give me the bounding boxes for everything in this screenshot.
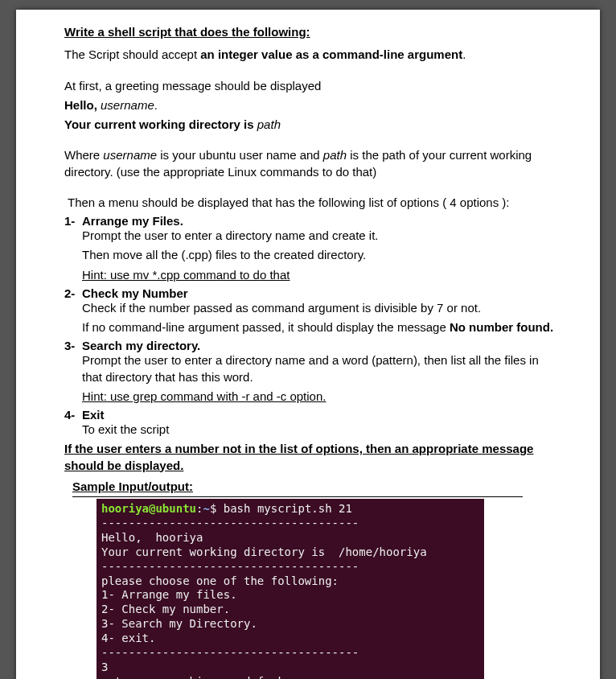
path-italic: path xyxy=(257,117,281,131)
greet-line3: Your current working directory is path xyxy=(64,117,560,133)
document-page: Write a shell script that does the follo… xyxy=(16,10,600,679)
option-3-num: 3- xyxy=(64,339,82,352)
option-3-hint: Hint: use grep command with -r and -c op… xyxy=(82,389,560,405)
option-1-title: Arrange my Files. xyxy=(82,214,183,228)
term-hello: Hello, hooriya xyxy=(101,531,203,544)
intro-line: The Script should accept an integer valu… xyxy=(64,47,560,63)
option-2-l2a: If no command-line argument passed, it s… xyxy=(82,320,450,334)
option-2-l1: Check if the number passed as command ar… xyxy=(82,300,560,316)
greet-line2: Hello, username. xyxy=(64,97,560,113)
where-a: Where xyxy=(64,148,103,162)
term-cmd: bash myscript.sh 21 xyxy=(224,502,352,515)
term-path: ~ xyxy=(203,502,209,515)
option-4-title: Exit xyxy=(82,408,105,422)
option-2-body: Check if the number passed as command ar… xyxy=(64,300,560,336)
term-cwd: Your current working directory is /home/… xyxy=(101,545,427,558)
term-menu2: 2- Check my number. xyxy=(101,603,230,615)
sample-header: Sample Input/output: xyxy=(72,479,560,495)
option-1-num: 1- xyxy=(64,214,82,228)
where-username: username xyxy=(103,148,157,162)
option-4: 4- Exit xyxy=(64,408,560,422)
option-4-num: 4- xyxy=(64,408,82,422)
term-menu3: 3- Search my Directory. xyxy=(101,617,257,630)
term-menu0: please choose one of the following: xyxy=(101,574,339,587)
intro-bold: an integer value as a command-line argum… xyxy=(200,47,462,61)
cwd-bold: Your current working directory is xyxy=(64,117,257,131)
option-4-l1: To exit the script xyxy=(82,422,560,438)
term-menu4: 4- exit. xyxy=(101,632,155,644)
option-2-num: 2- xyxy=(64,286,82,300)
option-2-l2: If no command-line argument passed, it s… xyxy=(82,319,560,335)
term-dash2: -------------------------------------- xyxy=(101,560,359,573)
term-menu1: 1- Arrange my files. xyxy=(101,588,237,601)
greet-line1: At first, a greeting message should be d… xyxy=(64,78,560,94)
term-dollar: $ xyxy=(210,502,224,515)
option-1-l2: Then move all the (.cpp) files to the cr… xyxy=(82,247,560,263)
option-3-title: Search my directory. xyxy=(82,339,200,352)
where-b: is your ubuntu user name and xyxy=(157,148,323,162)
sample-divider xyxy=(72,496,523,497)
hello-bold: Hello, xyxy=(64,98,101,112)
term-dash1: -------------------------------------- xyxy=(101,516,359,529)
page-title: Write a shell script that does the follo… xyxy=(64,24,560,40)
option-2: 2- Check my Number xyxy=(64,286,560,300)
option-1: 1- Arrange my Files. xyxy=(64,214,560,228)
username-italic: username xyxy=(101,98,154,112)
option-1-hint: Hint: use mv *.cpp command to do that xyxy=(82,267,560,283)
intro-text-a: The Script should accept xyxy=(64,47,200,61)
option-1-l1: Prompt the user to enter a directory nam… xyxy=(82,228,560,244)
option-3: 3- Search my directory. xyxy=(64,339,560,352)
intro-text-c: . xyxy=(462,47,466,61)
option-3-l1: Prompt the user to enter a directory nam… xyxy=(82,352,560,385)
term-dash3: -------------------------------------- xyxy=(101,646,359,659)
terminal-output: hooriya@ubuntu:~$ bash myscript.sh 21 --… xyxy=(97,499,484,679)
option-4-body: To exit the script xyxy=(64,422,560,438)
final-note: If the user enters a number not in the l… xyxy=(64,441,560,474)
option-2-l2b: No number found. xyxy=(450,320,553,334)
menu-intro: Then a menu should be displayed that has… xyxy=(68,195,560,211)
hello-dot: . xyxy=(154,98,158,112)
term-prompt-user: hooriya@ubuntu xyxy=(101,502,196,515)
where-path: path xyxy=(323,148,347,162)
option-1-body: Prompt the user to enter a directory nam… xyxy=(64,228,560,283)
option-3-body: Prompt the user to enter a directory nam… xyxy=(64,352,560,405)
option-2-title: Check my Number xyxy=(82,286,188,300)
where-line: Where username is your ubuntu user name … xyxy=(64,147,560,180)
term-inw: enter a searching word fork xyxy=(101,675,285,679)
term-in3: 3 xyxy=(101,660,108,673)
